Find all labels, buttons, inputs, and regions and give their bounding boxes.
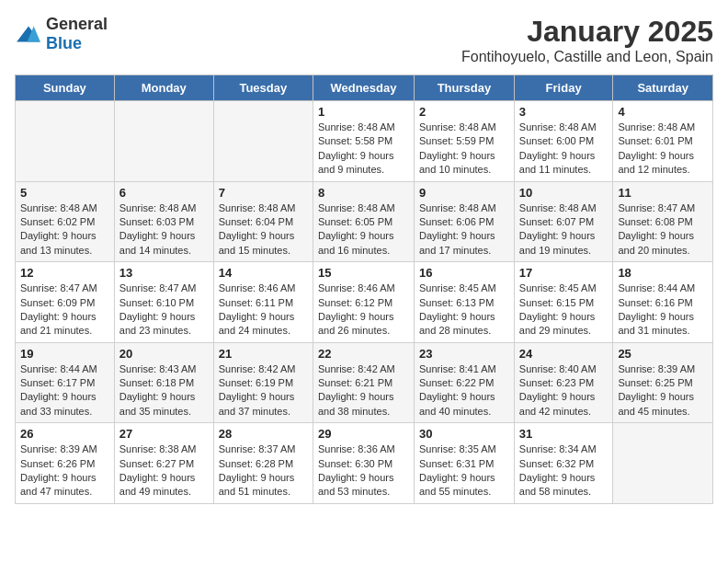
calendar-cell: 27Sunrise: 8:38 AM Sunset: 6:27 PM Dayli…: [114, 423, 213, 504]
day-number: 7: [219, 186, 308, 200]
day-number: 17: [519, 266, 609, 280]
calendar-cell: 24Sunrise: 8:40 AM Sunset: 6:23 PM Dayli…: [514, 342, 613, 423]
calendar-cell: [213, 101, 313, 182]
calendar-cell: 15Sunrise: 8:46 AM Sunset: 6:12 PM Dayli…: [313, 262, 414, 343]
day-info: Sunrise: 8:48 AM Sunset: 6:07 PM Dayligh…: [519, 201, 609, 259]
day-header-friday: Friday: [514, 75, 613, 101]
day-number: 9: [419, 186, 509, 200]
day-info: Sunrise: 8:37 AM Sunset: 6:28 PM Dayligh…: [219, 442, 308, 500]
calendar-cell: 12Sunrise: 8:47 AM Sunset: 6:09 PM Dayli…: [16, 262, 115, 343]
day-number: 2: [419, 105, 509, 119]
day-info: Sunrise: 8:47 AM Sunset: 6:09 PM Dayligh…: [20, 282, 109, 339]
day-info: Sunrise: 8:48 AM Sunset: 6:01 PM Dayligh…: [618, 121, 708, 178]
day-number: 31: [519, 427, 609, 441]
day-number: 28: [219, 427, 308, 441]
day-number: 27: [119, 427, 209, 441]
calendar-week-2: 12Sunrise: 8:47 AM Sunset: 6:09 PM Dayli…: [16, 262, 713, 343]
day-info: Sunrise: 8:48 AM Sunset: 6:02 PM Dayligh…: [20, 201, 109, 259]
day-info: Sunrise: 8:48 AM Sunset: 6:03 PM Dayligh…: [119, 201, 209, 259]
day-number: 11: [618, 186, 708, 200]
main-title: January 2025: [461, 15, 713, 49]
calendar-cell: 8Sunrise: 8:48 AM Sunset: 6:05 PM Daylig…: [313, 181, 414, 262]
day-number: 26: [20, 427, 109, 441]
logo-icon: [15, 25, 42, 43]
day-number: 22: [318, 347, 409, 361]
day-number: 20: [119, 347, 209, 361]
calendar-cell: 11Sunrise: 8:47 AM Sunset: 6:08 PM Dayli…: [613, 181, 713, 262]
day-info: Sunrise: 8:41 AM Sunset: 6:22 PM Dayligh…: [419, 362, 509, 419]
day-number: 25: [618, 347, 708, 361]
logo-general: General: [46, 15, 108, 33]
calendar-cell: 21Sunrise: 8:42 AM Sunset: 6:19 PM Dayli…: [213, 342, 313, 423]
title-area: January 2025 Fontihoyuelo, Castille and …: [461, 15, 713, 65]
calendar-cell: 19Sunrise: 8:44 AM Sunset: 6:17 PM Dayli…: [16, 342, 115, 423]
calendar-week-0: 1Sunrise: 8:48 AM Sunset: 5:58 PM Daylig…: [16, 101, 713, 182]
calendar-cell: 14Sunrise: 8:46 AM Sunset: 6:11 PM Dayli…: [213, 262, 313, 343]
day-number: 29: [318, 427, 409, 441]
calendar-cell: 16Sunrise: 8:45 AM Sunset: 6:13 PM Dayli…: [415, 262, 515, 343]
day-info: Sunrise: 8:45 AM Sunset: 6:13 PM Dayligh…: [419, 282, 509, 339]
day-number: 15: [318, 266, 409, 280]
day-info: Sunrise: 8:35 AM Sunset: 6:31 PM Dayligh…: [419, 442, 509, 500]
calendar-cell: 1Sunrise: 8:48 AM Sunset: 5:58 PM Daylig…: [313, 101, 414, 182]
day-number: 19: [20, 347, 109, 361]
day-info: Sunrise: 8:44 AM Sunset: 6:17 PM Dayligh…: [20, 362, 109, 419]
day-info: Sunrise: 8:39 AM Sunset: 6:25 PM Dayligh…: [618, 362, 708, 419]
calendar-cell: 26Sunrise: 8:39 AM Sunset: 6:26 PM Dayli…: [16, 423, 115, 504]
day-number: 3: [519, 105, 609, 119]
calendar-week-3: 19Sunrise: 8:44 AM Sunset: 6:17 PM Dayli…: [16, 342, 713, 423]
calendar-cell: 31Sunrise: 8:34 AM Sunset: 6:32 PM Dayli…: [514, 423, 613, 504]
day-info: Sunrise: 8:43 AM Sunset: 6:18 PM Dayligh…: [119, 362, 209, 419]
day-number: 10: [519, 186, 609, 200]
day-info: Sunrise: 8:48 AM Sunset: 6:05 PM Dayligh…: [318, 201, 409, 259]
day-header-saturday: Saturday: [613, 75, 713, 101]
calendar-cell: 5Sunrise: 8:48 AM Sunset: 6:02 PM Daylig…: [16, 181, 115, 262]
calendar-week-1: 5Sunrise: 8:48 AM Sunset: 6:02 PM Daylig…: [16, 181, 713, 262]
day-number: 16: [419, 266, 509, 280]
calendar-cell: 20Sunrise: 8:43 AM Sunset: 6:18 PM Dayli…: [114, 342, 213, 423]
day-info: Sunrise: 8:45 AM Sunset: 6:15 PM Dayligh…: [519, 282, 609, 339]
day-number: 8: [318, 186, 409, 200]
calendar-cell: 29Sunrise: 8:36 AM Sunset: 6:30 PM Dayli…: [313, 423, 414, 504]
day-info: Sunrise: 8:42 AM Sunset: 6:19 PM Dayligh…: [219, 362, 308, 419]
calendar-cell: 3Sunrise: 8:48 AM Sunset: 6:00 PM Daylig…: [514, 101, 613, 182]
day-header-sunday: Sunday: [16, 75, 115, 101]
day-info: Sunrise: 8:39 AM Sunset: 6:26 PM Dayligh…: [20, 442, 109, 500]
day-info: Sunrise: 8:48 AM Sunset: 5:58 PM Dayligh…: [318, 121, 409, 178]
calendar-cell: 13Sunrise: 8:47 AM Sunset: 6:10 PM Dayli…: [114, 262, 213, 343]
day-info: Sunrise: 8:40 AM Sunset: 6:23 PM Dayligh…: [519, 362, 609, 419]
calendar-cell: [613, 423, 713, 504]
day-number: 30: [419, 427, 509, 441]
calendar-cell: [114, 101, 213, 182]
day-number: 4: [618, 105, 708, 119]
day-number: 5: [20, 186, 109, 200]
day-number: 1: [318, 105, 409, 119]
calendar-cell: 28Sunrise: 8:37 AM Sunset: 6:28 PM Dayli…: [213, 423, 313, 504]
logo: General Blue: [15, 15, 108, 53]
calendar-cell: 9Sunrise: 8:48 AM Sunset: 6:06 PM Daylig…: [415, 181, 515, 262]
calendar-cell: 4Sunrise: 8:48 AM Sunset: 6:01 PM Daylig…: [613, 101, 713, 182]
day-header-wednesday: Wednesday: [313, 75, 414, 101]
day-number: 21: [219, 347, 308, 361]
day-number: 13: [119, 266, 209, 280]
calendar-week-4: 26Sunrise: 8:39 AM Sunset: 6:26 PM Dayli…: [16, 423, 713, 504]
day-header-thursday: Thursday: [415, 75, 515, 101]
calendar-cell: 6Sunrise: 8:48 AM Sunset: 6:03 PM Daylig…: [114, 181, 213, 262]
day-number: 18: [618, 266, 708, 280]
calendar-cell: 2Sunrise: 8:48 AM Sunset: 5:59 PM Daylig…: [415, 101, 515, 182]
day-info: Sunrise: 8:48 AM Sunset: 6:06 PM Dayligh…: [419, 201, 509, 259]
day-header-monday: Monday: [114, 75, 213, 101]
day-info: Sunrise: 8:34 AM Sunset: 6:32 PM Dayligh…: [519, 442, 609, 500]
logo-blue: Blue: [46, 34, 82, 52]
day-info: Sunrise: 8:48 AM Sunset: 6:00 PM Dayligh…: [519, 121, 609, 178]
calendar-cell: 22Sunrise: 8:42 AM Sunset: 6:21 PM Dayli…: [313, 342, 414, 423]
subtitle: Fontihoyuelo, Castille and Leon, Spain: [461, 49, 713, 65]
calendar-header-row: SundayMondayTuesdayWednesdayThursdayFrid…: [16, 75, 713, 101]
day-number: 24: [519, 347, 609, 361]
day-number: 23: [419, 347, 509, 361]
day-number: 12: [20, 266, 109, 280]
calendar-cell: [16, 101, 115, 182]
day-number: 14: [219, 266, 308, 280]
calendar-table: SundayMondayTuesdayWednesdayThursdayFrid…: [15, 75, 713, 504]
day-info: Sunrise: 8:47 AM Sunset: 6:08 PM Dayligh…: [618, 201, 708, 259]
